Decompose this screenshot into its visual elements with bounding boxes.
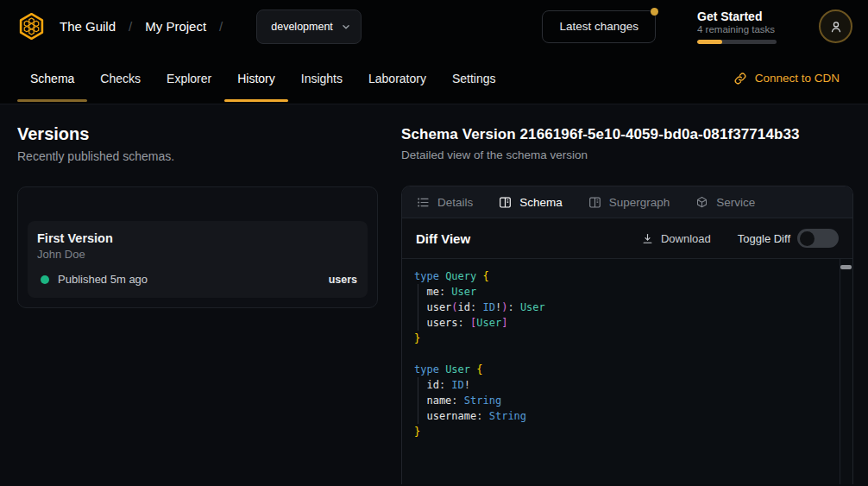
app-header: The Guild / My Project / development Lat… [0,0,868,53]
columns-icon [588,196,601,209]
tab-schema[interactable]: Schema [17,53,87,104]
main-content: Versions Recently published schemas. Fir… [0,104,868,484]
schema-version-title: Schema Version 2166196f-5e10-4059-bd0a-0… [401,126,853,143]
versions-section: Versions Recently published schemas. Fir… [17,104,378,484]
toggle-diff-label: Toggle Diff [738,232,790,245]
toggle-diff-switch[interactable] [797,229,839,248]
top-zone: The Guild / My Project / development Lat… [0,0,868,104]
target-selector-value: development [271,21,333,33]
scrollbar-track [840,259,840,484]
person-icon [828,19,844,35]
download-icon [641,232,654,245]
tab-checks[interactable]: Checks [87,53,154,104]
tab-settings[interactable]: Settings [439,53,509,104]
published-status-dot [41,275,49,284]
scrollbar-thumb[interactable] [840,265,852,269]
download-button[interactable]: Download [641,232,711,245]
schema-version-subtitle: Detailed view of the schema version [401,148,853,161]
get-started-title: Get Started [697,9,779,23]
schema-version-section: Schema Version 2166196f-5e10-4059-bd0a-0… [401,104,853,484]
versions-title: Versions [17,124,378,144]
connect-to-cdn-label: Connect to CDN [755,72,840,85]
version-status: Published 5m ago [58,273,148,286]
user-avatar[interactable] [819,9,852,43]
link-icon [733,72,747,85]
breadcrumb: The Guild / My Project / [60,19,236,34]
diff-view-title: Diff View [416,231,470,246]
version-author: John Doe [37,248,357,261]
project-nav: Schema Checks Explorer History Insights … [0,53,868,104]
latest-changes-label: Latest changes [559,20,638,33]
breadcrumb-separator: / [129,19,132,34]
target-selector[interactable]: development [256,9,362,44]
breadcrumb-project[interactable]: My Project [145,19,206,34]
version-name: First Version [37,231,357,245]
get-started-subtitle: 4 remaining tasks [697,24,779,35]
version-list-item[interactable]: First Version John Doe Published 5m ago … [28,221,368,298]
get-started-progressbar [697,40,777,44]
panel-tab-schema[interactable]: Schema [499,196,563,209]
code-block[interactable]: type Query { me: User user(id: ID!): Use… [414,268,840,439]
schema-version-panel: Details Schema Supergraph Service Diff V… [401,186,853,484]
columns-icon [499,196,512,209]
breadcrumb-org[interactable]: The Guild [60,19,116,34]
download-label: Download [661,232,711,245]
connect-to-cdn-link[interactable]: Connect to CDN [733,53,840,104]
versions-list-card: First Version John Doe Published 5m ago … [17,186,378,308]
get-started-widget[interactable]: Get Started 4 remaining tasks [697,9,779,44]
chevron-down-icon [340,21,352,33]
guild-logo-icon[interactable] [17,12,46,41]
panel-tab-supergraph[interactable]: Supergraph [588,196,670,209]
schema-code-container: type Query { me: User user(id: ID!): Use… [402,258,852,484]
panel-tab-details[interactable]: Details [417,196,473,209]
tab-insights[interactable]: Insights [288,53,355,104]
breadcrumb-separator: / [219,19,223,34]
notification-dot [651,8,658,16]
tab-laboratory[interactable]: Laboratory [355,53,439,104]
versions-subtitle: Recently published schemas. [17,149,378,163]
list-icon [417,196,430,209]
version-service-badge: users [329,274,357,286]
box-icon [695,196,708,209]
latest-changes-button[interactable]: Latest changes [542,10,656,43]
tab-explorer[interactable]: Explorer [154,53,224,104]
panel-tabbar: Details Schema Supergraph Service [402,186,852,218]
diff-view-header: Diff View Download Toggle Diff [402,218,852,258]
tab-history[interactable]: History [224,53,288,104]
toggle-knob [800,231,815,246]
panel-tab-service[interactable]: Service [695,196,755,209]
